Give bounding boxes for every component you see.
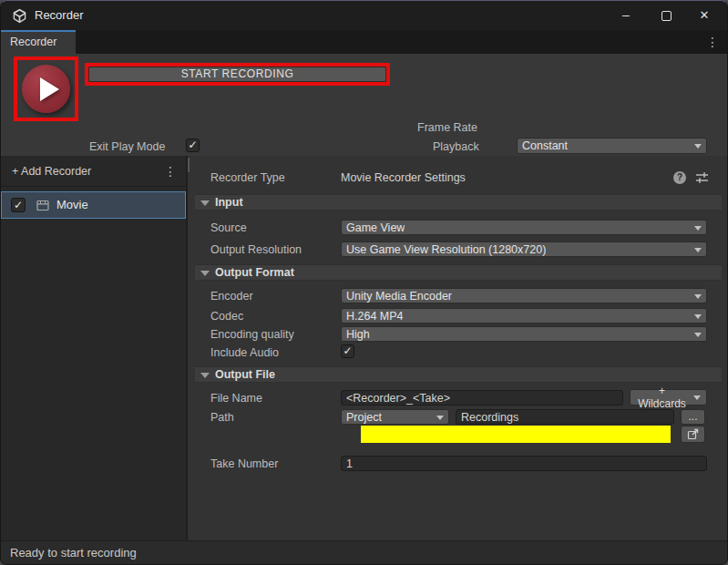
maximize-icon (661, 11, 672, 21)
unity-logo-icon (12, 8, 27, 24)
movie-recorder-icon (36, 200, 49, 211)
exit-play-mode-label: Exit Play Mode (89, 140, 165, 154)
start-recording-annotation: START RECORDING (85, 63, 390, 86)
section-header-input[interactable]: Input (195, 194, 722, 211)
recorder-list-header: + Add Recorder ⋮ (1, 156, 186, 187)
check-icon: ✓ (343, 344, 352, 357)
recorder-type-value: Movie Recorder Settings (341, 170, 466, 186)
encoding-quality-dropdown[interactable]: High (341, 326, 707, 342)
recorder-settings-panel: Recorder Type Movie Recorder Settings ? … (190, 156, 728, 540)
maximize-button[interactable] (647, 1, 685, 30)
source-dropdown[interactable]: Game View (341, 220, 707, 235)
recorder-list-item-movie[interactable]: ✓ Movie (1, 191, 186, 219)
dropdown-arrow-icon (694, 248, 702, 252)
help-icon[interactable]: ? (673, 171, 686, 184)
window-title: Recorder (35, 1, 83, 30)
foldout-arrow-icon (200, 373, 210, 378)
tab-menu-kebab-icon[interactable]: ⋮ (703, 30, 722, 54)
recorder-enabled-checkbox[interactable]: ✓ (11, 198, 26, 212)
section-header-output-file[interactable]: Output File (195, 366, 722, 383)
body-area: + Add Recorder ⋮ ✓ Movie Recorder Type M… (1, 156, 727, 540)
include-audio-checkbox[interactable]: ✓ (341, 344, 354, 358)
dropdown-arrow-icon (436, 416, 444, 420)
source-label: Source (210, 221, 247, 236)
section-header-output-format[interactable]: Output Format (195, 264, 722, 281)
exit-play-mode-checkbox[interactable]: ✓ (186, 139, 200, 152)
output-resolution-label: Output Resolution (210, 242, 302, 258)
play-icon (40, 77, 59, 101)
codec-label: Codec (210, 309, 243, 324)
tab-recorder[interactable]: Recorder (1, 30, 76, 54)
path-input[interactable] (456, 409, 674, 425)
dropdown-arrow-icon (694, 333, 702, 337)
recorder-toolbar: START RECORDING Exit Play Mode ✓ Recordi… (1, 54, 727, 156)
path-label: Path (210, 410, 234, 426)
add-recorder-button[interactable]: + Add Recorder (12, 156, 91, 187)
file-name-label: File Name (210, 391, 262, 406)
encoder-label: Encoder (210, 289, 253, 304)
minimize-button[interactable]: – (607, 1, 645, 30)
take-number-label: Take Number (210, 457, 278, 472)
tab-bar: Recorder ⋮ (1, 30, 727, 54)
preset-icon[interactable] (695, 171, 709, 184)
output-resolution-dropdown[interactable]: Use Game View Resolution (1280x720) (341, 241, 707, 257)
encoder-dropdown[interactable]: Unity Media Encoder (341, 288, 707, 303)
recorder-window: Recorder – ✕ Recorder ⋮ START RECORDING … (0, 0, 728, 565)
codec-dropdown[interactable]: H.264 MP4 (341, 308, 707, 324)
include-audio-label: Include Audio (210, 345, 279, 361)
recorder-list-panel: + Add Recorder ⋮ ✓ Movie (1, 156, 188, 540)
playback-dropdown[interactable]: Constant (517, 138, 707, 154)
start-recording-button[interactable]: START RECORDING (88, 67, 386, 82)
path-root-dropdown[interactable]: Project (341, 409, 449, 425)
play-button[interactable] (22, 65, 70, 113)
take-number-input[interactable] (341, 456, 707, 471)
dropdown-arrow-icon (694, 226, 702, 231)
play-button-annotation (14, 56, 78, 121)
title-bar: Recorder – ✕ (1, 1, 727, 30)
recorder-type-label: Recorder Type (210, 170, 285, 186)
playback-label: Playback (433, 140, 479, 154)
encoding-quality-label: Encoding quality (210, 327, 294, 343)
check-icon: ✓ (188, 139, 197, 151)
dropdown-arrow-icon (693, 396, 701, 400)
status-bar: Ready to start recording (1, 540, 727, 565)
check-icon: ✓ (14, 199, 23, 211)
frame-rate-title: Frame Rate (417, 121, 477, 135)
dropdown-arrow-icon (694, 144, 702, 149)
dropdown-arrow-icon (694, 314, 702, 319)
recorder-list-kebab-icon[interactable]: ⋮ (162, 156, 179, 187)
recorder-item-label: Movie (56, 192, 88, 218)
external-link-icon (687, 428, 699, 440)
browse-button[interactable]: ... (681, 409, 705, 425)
wildcards-button[interactable]: + Wildcards (630, 389, 707, 406)
foldout-arrow-icon (200, 271, 210, 276)
status-text: Ready to start recording (10, 541, 137, 565)
close-button[interactable]: ✕ (685, 1, 723, 30)
file-name-input[interactable] (341, 390, 623, 406)
dropdown-arrow-icon (694, 294, 702, 299)
open-path-button[interactable] (681, 426, 705, 443)
path-highlight-annotation (361, 426, 671, 443)
foldout-arrow-icon (200, 200, 210, 206)
